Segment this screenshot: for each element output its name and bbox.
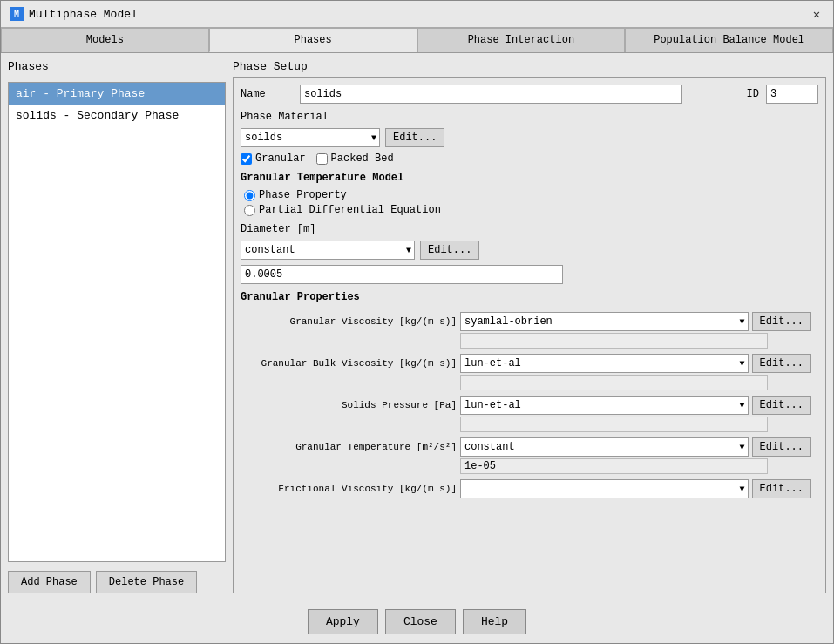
granular-props-title: Granular Properties [241,291,818,303]
phases-title: Phases [8,60,226,73]
granular-temp-subinput[interactable] [460,458,768,474]
window-title: Multiphase Model [29,8,138,21]
radio-pde-text: Partial Differential Equation [259,204,441,216]
material-dropdown-wrapper: soilds ▼ [241,128,380,147]
radio-group: Phase Property Partial Differential Equa… [241,189,818,216]
granular-viscosity-row: Granular Viscosity [kg/(m s)] syamlal-ob… [247,312,811,331]
granular-bulk-dropdown-wrapper: lun-et-al ▼ [460,354,749,373]
packed-bed-checkbox-label[interactable]: Packed Bed [316,153,394,165]
radio-phase-property-label[interactable]: Phase Property [244,189,818,201]
radio-pde[interactable] [244,205,255,216]
solids-pressure-subrow [460,417,768,432]
diameter-value-input[interactable] [241,265,563,284]
diameter-label: Diameter [m] [241,223,818,235]
solids-pressure-subinput[interactable] [460,417,768,432]
granular-temp-edit[interactable]: Edit... [752,437,811,457]
diameter-row: constant ▼ Edit... [241,241,818,260]
help-button[interactable]: Help [463,609,526,634]
right-panel: Phase Setup Name ID Phase Material soild… [233,60,826,593]
footer-buttons: Apply Close Help [1,600,833,643]
name-id-row: Name ID [241,85,818,104]
granular-bulk-edit[interactable]: Edit... [752,354,811,373]
frictional-viscosity-label: Frictional Viscosity [kg/(m s)] [247,484,457,494]
granular-viscosity-label: Granular Viscosity [kg/(m s)] [247,316,457,327]
material-label: Phase Material [241,111,818,123]
tabs-row: Models Phases Phase Interaction Populati… [1,28,833,53]
granular-checkbox-label[interactable]: Granular [241,153,306,165]
phase-setup-title: Phase Setup [233,60,826,73]
solids-pressure-row: Solids Pressure [Pa] lun-et-al ▼ Edit... [247,396,811,415]
checkbox-row: Granular Packed Bed [241,153,818,165]
granular-props-scroll[interactable]: Granular Viscosity [kg/(m s)] syamlal-ob… [241,308,818,586]
tab-population-balance[interactable]: Population Balance Model [625,28,833,52]
material-edit-button[interactable]: Edit... [385,128,444,147]
tab-models[interactable]: Models [1,28,209,52]
radio-phase-property[interactable] [244,190,255,201]
name-label: Name [241,88,293,100]
delete-phase-button[interactable]: Delete Phase [96,571,197,593]
phase-list: air - Primary Phase solids - Secondary P… [8,82,226,562]
close-button[interactable]: Close [385,609,456,634]
phase-item-air[interactable]: air - Primary Phase [9,83,225,105]
main-window: M Multiphase Model ✕ Models Phases Phase… [0,0,834,644]
radio-pde-label[interactable]: Partial Differential Equation [244,204,818,216]
solids-pressure-label: Solids Pressure [Pa] [247,400,457,410]
solids-pressure-dropdown[interactable]: lun-et-al [460,396,749,415]
granular-viscosity-subrow [460,333,768,349]
material-row: soilds ▼ Edit... [241,128,818,147]
frictional-viscosity-dropdown-wrapper: ▼ [460,479,749,498]
titlebar-left: M Multiphase Model [10,7,138,21]
diameter-dropdown[interactable]: constant [241,241,415,260]
granular-bulk-subrow [460,375,768,390]
close-icon[interactable]: ✕ [809,6,824,22]
add-phase-button[interactable]: Add Phase [8,571,91,593]
id-input[interactable] [766,85,818,104]
solids-pressure-dropdown-wrapper: lun-et-al ▼ [460,396,749,415]
granular-viscosity-dropdown-wrapper: syamlal-obrien ▼ [460,312,749,331]
granular-temp-dropdown-wrapper: constant ▼ [460,437,749,457]
granular-temp-title: Granular Temperature Model [241,172,818,184]
packed-bed-checkbox[interactable] [316,153,328,165]
granular-bulk-viscosity-label: Granular Bulk Viscosity [kg/(m s)] [247,358,457,369]
granular-temp-subrow [460,458,768,474]
granular-props-area: Granular Viscosity [kg/(m s)] syamlal-ob… [241,308,818,586]
name-input[interactable] [300,85,682,104]
diameter-dropdown-wrapper: constant ▼ [241,241,415,260]
frictional-viscosity-edit[interactable]: Edit... [752,479,811,498]
apply-button[interactable]: Apply [308,609,378,634]
left-panel: Phases air - Primary Phase solids - Seco… [8,60,226,593]
granular-temp-row: Granular Temperature [m²/s²] constant ▼ … [247,437,811,457]
granular-bulk-viscosity-row: Granular Bulk Viscosity [kg/(m s)] lun-e… [247,354,811,373]
material-dropdown[interactable]: soilds [241,128,380,147]
tab-phase-interaction[interactable]: Phase Interaction [417,28,626,52]
diameter-edit-button[interactable]: Edit... [420,241,479,260]
granular-bulk-subinput[interactable] [460,375,768,390]
app-icon: M [10,7,24,21]
granular-bulk-dropdown[interactable]: lun-et-al [460,354,749,373]
granular-viscosity-subinput[interactable] [460,333,768,349]
setup-content: Name ID Phase Material soilds ▼ Edit... [233,77,826,593]
phase-item-solids[interactable]: solids - Secondary Phase [9,105,225,126]
titlebar: M Multiphase Model ✕ [1,1,833,28]
granular-label: Granular [255,153,306,165]
main-content: Phases air - Primary Phase solids - Seco… [1,53,833,600]
granular-checkbox[interactable] [241,153,252,165]
frictional-viscosity-row: Frictional Viscosity [kg/(m s)] ▼ Edit..… [247,479,811,498]
frictional-viscosity-dropdown[interactable] [460,479,749,498]
solids-pressure-edit[interactable]: Edit... [752,396,811,415]
tab-phases[interactable]: Phases [209,28,417,52]
id-label: ID [689,88,759,100]
granular-temp-dropdown[interactable]: constant [460,437,749,457]
packed-bed-label: Packed Bed [331,153,394,165]
granular-viscosity-dropdown[interactable]: syamlal-obrien [460,312,749,331]
granular-viscosity-edit[interactable]: Edit... [752,312,811,331]
granular-temp-prop-label: Granular Temperature [m²/s²] [247,442,457,452]
radio-phase-property-text: Phase Property [259,189,347,201]
